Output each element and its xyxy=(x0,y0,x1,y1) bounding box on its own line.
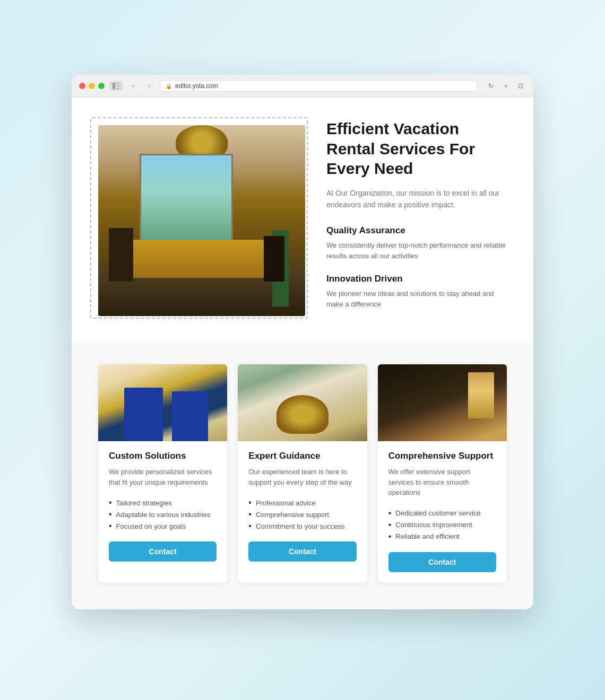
card-image-2 xyxy=(238,364,367,441)
address-bar[interactable]: 🔒 editor.yola.com xyxy=(160,80,477,92)
contact-button-1[interactable]: Contact xyxy=(109,541,217,562)
url-text: editor.yola.com xyxy=(175,82,218,90)
list-item: Comprehensive support xyxy=(248,509,356,520)
card-title-2: Expert Guidance xyxy=(248,451,356,461)
traffic-light-green[interactable] xyxy=(98,83,105,89)
list-item: Commitment to your success xyxy=(248,520,356,532)
browser-window: ‹ › 🔒 editor.yola.com ↻ ＋ ⊡ xyxy=(72,75,533,609)
cards-grid: Custom Solutions We provide personalized… xyxy=(98,364,507,583)
feature-innovation: Innovation Driven We pioneer new ideas a… xyxy=(326,274,507,309)
list-item: Continuous improvement xyxy=(388,519,496,531)
list-item: Reliable and efficient xyxy=(388,531,496,542)
feature-innovation-desc: We pioneer new ideas and solutions to st… xyxy=(326,288,507,309)
list-item: Dedicated customer service xyxy=(388,508,496,519)
svg-rect-1 xyxy=(116,83,120,84)
traffic-lights xyxy=(79,83,105,89)
list-item: Tailored strategies xyxy=(109,497,217,509)
card-list-2: Professional advice Comprehensive suppor… xyxy=(248,497,356,532)
hero-text: Efficient Vacation Rental Services For E… xyxy=(326,119,507,322)
list-item: Adaptable to various industries xyxy=(109,509,217,520)
card-title-1: Custom Solutions xyxy=(109,451,217,461)
hero-image-scene xyxy=(98,125,305,316)
card-expert-guidance: Expert Guidance Our experienced team is … xyxy=(238,364,367,583)
card-comprehensive-support: Comprehensive Support We offer extensive… xyxy=(378,364,507,583)
scene-chairs-left xyxy=(109,228,134,282)
extensions-icon[interactable]: ⊡ xyxy=(515,81,526,91)
hero-image xyxy=(98,125,305,316)
card-image-3 xyxy=(378,364,507,441)
svg-rect-0 xyxy=(113,83,115,89)
svg-rect-3 xyxy=(116,88,120,89)
hero-image-container xyxy=(98,125,305,316)
card-desc-2: Our experienced team is here to support … xyxy=(248,467,356,487)
contact-button-2[interactable]: Contact xyxy=(248,541,356,562)
lock-icon: 🔒 xyxy=(166,83,172,89)
card-image-1 xyxy=(98,364,227,441)
hero-section: Efficient Vacation Rental Services For E… xyxy=(72,98,533,343)
card-list-1: Tailored strategies Adaptable to various… xyxy=(109,497,217,532)
card-desc-1: We provide personalized services that fi… xyxy=(109,467,217,487)
scene-chair-right xyxy=(264,236,284,282)
feature-quality: Quality Assurance We consistently delive… xyxy=(326,225,507,261)
list-item: Professional advice xyxy=(248,497,356,509)
forward-button[interactable]: › xyxy=(144,81,154,91)
back-button[interactable]: ‹ xyxy=(128,81,139,91)
card-body-2: Expert Guidance Our experienced team is … xyxy=(238,441,367,572)
browser-chrome: ‹ › 🔒 editor.yola.com ↻ ＋ ⊡ xyxy=(72,75,533,98)
feature-quality-desc: We consistently deliver top-notch perfor… xyxy=(326,240,507,261)
traffic-light-red[interactable] xyxy=(79,83,85,89)
card-list-3: Dedicated customer service Continuous im… xyxy=(388,508,496,542)
refresh-icon[interactable]: ↻ xyxy=(486,81,496,91)
feature-quality-title: Quality Assurance xyxy=(326,225,507,236)
svg-rect-2 xyxy=(116,85,120,86)
sidebar-toggle-btn[interactable] xyxy=(110,81,123,91)
traffic-light-yellow[interactable] xyxy=(89,83,95,89)
page-content: Efficient Vacation Rental Services For E… xyxy=(72,98,533,609)
add-tab-icon[interactable]: ＋ xyxy=(500,81,511,91)
list-item: Focused on your goals xyxy=(109,520,217,532)
hero-title: Efficient Vacation Rental Services For E… xyxy=(326,119,507,179)
card-desc-3: We offer extensive support services to e… xyxy=(388,467,496,498)
contact-button-3[interactable]: Contact xyxy=(388,552,496,572)
scene-table xyxy=(119,240,264,278)
card-body-3: Comprehensive Support We offer extensive… xyxy=(378,441,507,583)
hero-subtitle: At Our Organization, our mission is to e… xyxy=(326,187,507,211)
feature-innovation-title: Innovation Driven xyxy=(326,274,507,284)
card-custom-solutions: Custom Solutions We provide personalized… xyxy=(98,364,227,583)
browser-actions: ↻ ＋ ⊡ xyxy=(486,81,526,91)
card-title-3: Comprehensive Support xyxy=(388,451,496,461)
cards-section: Custom Solutions We provide personalized… xyxy=(72,343,533,609)
scene-window xyxy=(140,154,233,249)
card-body-1: Custom Solutions We provide personalized… xyxy=(98,441,227,572)
